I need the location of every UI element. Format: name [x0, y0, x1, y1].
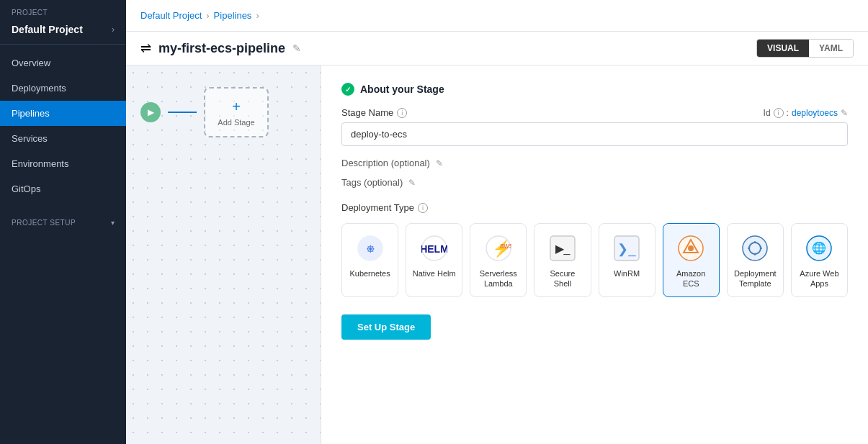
- project-label: Project: [0, 0, 126, 19]
- description-row: Description (optional) ✎: [341, 158, 848, 168]
- add-stage-box[interactable]: + Add Stage: [204, 87, 269, 137]
- id-edit-icon[interactable]: ✎: [841, 108, 848, 118]
- secure-shell-icon: ▶_: [548, 234, 577, 263]
- sidebar-item-pipelines[interactable]: Pipelines: [0, 101, 126, 126]
- deploy-type-native-helm[interactable]: HELM Native Helm: [406, 223, 462, 297]
- svg-text:HELM: HELM: [421, 243, 447, 255]
- sidebar-nav: Overview Deployments Pipelines Services …: [0, 45, 126, 207]
- svg-point-13: [688, 245, 694, 251]
- breadcrumb-sep2: ›: [256, 10, 259, 21]
- description-label: Description (optional): [341, 158, 430, 168]
- kubernetes-icon: ⎈: [356, 234, 385, 263]
- deploy-type-secure-shell[interactable]: ▶_ Secure Shell: [534, 223, 591, 297]
- pipelines-label: Pipelines: [12, 108, 50, 119]
- svg-text:aws: aws: [500, 242, 511, 250]
- yaml-view-button[interactable]: YAML: [809, 40, 853, 57]
- id-value: deploytoecs: [792, 108, 838, 118]
- deployment-template-icon: [741, 234, 769, 263]
- view-toggle: VISUAL YAML: [756, 39, 854, 58]
- gitops-label: GitOps: [12, 184, 40, 194]
- stage-name-label-row: Stage Name i Id i : deploytoecs ✎: [341, 107, 848, 118]
- deployments-label: Deployments: [12, 83, 66, 94]
- deploy-type-amazon-ecs[interactable]: Amazon ECS: [663, 223, 720, 297]
- stage-name-info-icon[interactable]: i: [397, 108, 407, 118]
- sidebar-item-environments[interactable]: Environments: [0, 151, 126, 176]
- pipeline-icon: ⇌: [140, 40, 151, 56]
- project-chevron: ›: [112, 24, 115, 35]
- sidebar-item-services[interactable]: Services: [0, 126, 126, 151]
- visual-view-button[interactable]: VISUAL: [757, 40, 809, 57]
- services-label: Services: [12, 133, 48, 144]
- azure-web-apps-icon: 🌐: [805, 234, 833, 263]
- stage-name-input[interactable]: [341, 122, 848, 146]
- canvas-area: ▶ + Add Stage ✓ About your Stage Stage N…: [126, 65, 868, 444]
- deploy-type-azure-web-apps[interactable]: 🌐 Azure Web Apps: [791, 223, 848, 297]
- amazon-ecs-icon: [676, 234, 705, 263]
- secure-shell-label: Secure Shell: [540, 268, 584, 289]
- section-chevron: ▾: [111, 219, 115, 227]
- tags-edit-icon[interactable]: ✎: [408, 178, 416, 188]
- deploy-type-winrm[interactable]: ❯_ WinRM: [599, 223, 656, 297]
- kubernetes-label: Kubernetes: [349, 268, 390, 278]
- breadcrumb: Default Project › Pipelines ›: [140, 10, 259, 21]
- winrm-icon: ❯_: [612, 234, 641, 263]
- stage-connector: [168, 112, 197, 113]
- svg-text:⎈: ⎈: [366, 241, 374, 255]
- project-name: Default Project: [12, 24, 83, 35]
- stage-panel: ✓ About your Stage Stage Name i Id i : d…: [321, 65, 868, 444]
- deploy-type-kubernetes[interactable]: ⎈ Kubernetes: [341, 223, 398, 297]
- id-info-icon[interactable]: i: [774, 108, 784, 118]
- setup-stage-button[interactable]: Set Up Stage: [341, 314, 431, 340]
- stage-start-node: ▶: [140, 102, 161, 122]
- pipeline-title-row: ⇌ my-first-ecs-pipeline ✎: [140, 40, 301, 56]
- tags-row: Tags (optional) ✎: [341, 177, 848, 188]
- deploy-type-serverless-lambda[interactable]: ⚡ aws Serverless Lambda: [470, 223, 527, 297]
- topbar: Default Project › Pipelines ›: [126, 0, 868, 32]
- deployment-type-grid: ⎈ Kubernetes HELM Native: [341, 223, 848, 297]
- deployment-type-section: Deployment Type i ⎈ Kubernetes: [341, 202, 848, 297]
- pipeline-header: ⇌ my-first-ecs-pipeline ✎ VISUAL YAML: [126, 32, 868, 65]
- native-helm-label: Native Helm: [413, 268, 456, 278]
- deployment-type-info-icon[interactable]: i: [418, 203, 428, 213]
- breadcrumb-pipelines[interactable]: Pipelines: [214, 10, 252, 21]
- svg-text:▶_: ▶_: [555, 243, 571, 255]
- project-selector[interactable]: Default Project ›: [0, 19, 126, 45]
- deployment-template-label: Deployment Template: [733, 268, 777, 289]
- panel-section-title: ✓ About your Stage: [341, 83, 848, 96]
- svg-text:❯_: ❯_: [618, 242, 637, 257]
- breadcrumb-project[interactable]: Default Project: [140, 10, 202, 21]
- pipeline-title: my-first-ecs-pipeline: [158, 41, 285, 56]
- sidebar-item-gitops[interactable]: GitOps: [0, 176, 126, 201]
- winrm-label: WinRM: [614, 268, 640, 278]
- deployment-type-label: Deployment Type i: [341, 202, 848, 213]
- add-stage-label: Add Stage: [218, 118, 254, 127]
- sidebar-item-deployments[interactable]: Deployments: [0, 76, 126, 101]
- overview-label: Overview: [12, 58, 50, 68]
- breadcrumb-sep1: ›: [206, 10, 209, 21]
- project-setup-section[interactable]: PROJECT SETUP ▾: [0, 207, 126, 231]
- svg-point-14: [743, 236, 767, 260]
- section-check-icon: ✓: [341, 83, 354, 96]
- add-stage-plus-icon: +: [232, 99, 241, 115]
- stage-name-label: Stage Name i: [341, 107, 407, 118]
- section-title-text: About your Stage: [360, 83, 444, 95]
- amazon-ecs-label: Amazon ECS: [669, 268, 713, 289]
- main-content: Default Project › Pipelines › ⇌ my-first…: [126, 0, 868, 444]
- azure-web-apps-label: Azure Web Apps: [797, 268, 841, 289]
- native-helm-icon: HELM: [420, 234, 449, 263]
- stage-name-row: Stage Name i Id i : deploytoecs ✎: [341, 107, 848, 146]
- stage-id-display: Id i : deploytoecs ✎: [764, 108, 848, 118]
- id-label: Id: [764, 108, 771, 118]
- description-edit-icon[interactable]: ✎: [436, 158, 443, 168]
- deploy-type-deployment-template[interactable]: Deployment Template: [727, 223, 784, 297]
- serverless-lambda-icon: ⚡ aws: [484, 234, 513, 263]
- environments-label: Environments: [12, 158, 68, 169]
- tags-label: Tags (optional): [341, 177, 403, 188]
- sidebar-item-overview[interactable]: Overview: [0, 50, 126, 76]
- sidebar: Project Default Project › Overview Deplo…: [0, 0, 126, 444]
- pipeline-canvas: ▶ + Add Stage: [126, 65, 283, 159]
- serverless-lambda-label: Serverless Lambda: [476, 268, 520, 289]
- svg-text:🌐: 🌐: [812, 241, 826, 255]
- pipeline-edit-icon[interactable]: ✎: [292, 42, 301, 54]
